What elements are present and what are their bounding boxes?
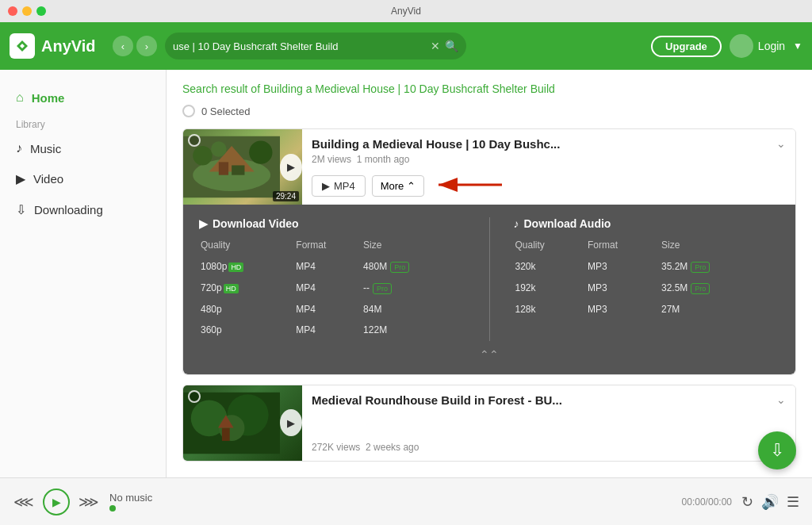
- sidebar: ⌂ Home Library ♪ Music ▶ Video ⇩ Downloa…: [0, 70, 167, 477]
- home-icon: ⌂: [16, 90, 24, 105]
- video-2-checkbox[interactable]: [188, 390, 201, 403]
- svg-rect-13: [222, 427, 230, 440]
- volume-button[interactable]: 🔊: [761, 493, 779, 511]
- sidebar-item-music[interactable]: ♪ Music: [0, 133, 166, 163]
- thumbnail-2[interactable]: ▶: [183, 385, 302, 461]
- table-row[interactable]: 128k MP3 27M: [515, 300, 779, 319]
- next-button[interactable]: ⋙: [78, 491, 100, 513]
- svg-rect-3: [219, 162, 228, 174]
- size-cell: --Pro: [363, 278, 463, 298]
- more-chevron-icon: ⌃: [407, 180, 416, 192]
- window-title: AnyVid: [391, 6, 421, 17]
- table-row[interactable]: 320k MP3 35.2MPro: [515, 257, 779, 277]
- video-1-info: Building a Medieval House | 10 Day Bushc…: [302, 129, 795, 205]
- video-icon: ▶: [16, 171, 25, 186]
- prev-button[interactable]: ⋘: [13, 491, 35, 513]
- search-icon[interactable]: 🔍: [445, 40, 458, 52]
- nav-arrows[interactable]: ‹ ›: [113, 36, 157, 56]
- close-button[interactable]: [8, 6, 17, 16]
- collapse-icon[interactable]: ⌃⌃: [480, 348, 499, 361]
- chevron-down-icon[interactable]: ▼: [793, 40, 802, 52]
- mp4-button[interactable]: ▶ MP4: [312, 175, 366, 197]
- table-row[interactable]: 192k MP3 32.5MPro: [515, 278, 779, 298]
- header: AnyVid ‹ › use | 10 Day Bushcraft Shelte…: [0, 22, 812, 70]
- download-audio-section: ♪ Download Audio Quality Format Size: [514, 217, 780, 341]
- table-row[interactable]: 480p MP4 84M: [201, 300, 464, 319]
- maximize-button[interactable]: [36, 6, 46, 16]
- playlist-button[interactable]: ☰: [787, 493, 799, 511]
- more-label: More: [381, 180, 404, 192]
- play-button-1[interactable]: ▶: [280, 154, 302, 181]
- format-cell: MP4: [296, 300, 362, 319]
- video-2-info: Medieval Roundhouse Build in Forest - BU…: [302, 385, 795, 461]
- sidebar-item-downloading[interactable]: ⇩ Downloading: [0, 194, 166, 225]
- search-bar[interactable]: use | 10 Day Bushcraft Shelter Build ✕ 🔍: [165, 33, 466, 59]
- no-music-area: No music: [109, 492, 672, 512]
- selected-bar: 0 Selected: [182, 105, 796, 117]
- thumbnail-1[interactable]: ▶ 29:24: [183, 129, 302, 205]
- size-cell: 27M: [661, 300, 778, 319]
- quality-cell: 360p: [201, 320, 294, 339]
- table-row[interactable]: 720pHD MP4 --Pro: [201, 278, 464, 298]
- mp4-label: MP4: [334, 180, 355, 192]
- quality-cell: 128k: [515, 300, 586, 319]
- quality-cell: 192k: [515, 278, 586, 298]
- login-label: Login: [758, 40, 785, 52]
- mp4-icon: ▶: [322, 180, 330, 192]
- audio-size-header: Size: [661, 240, 778, 255]
- svg-point-5: [193, 146, 212, 165]
- more-button[interactable]: More ⌃: [372, 175, 425, 197]
- sidebar-item-downloading-label: Downloading: [34, 203, 103, 217]
- quality-cell: 320k: [515, 257, 586, 277]
- download-audio-icon: ♪: [514, 217, 519, 230]
- play-pause-button[interactable]: ▶: [43, 489, 70, 515]
- back-button[interactable]: ‹: [113, 36, 133, 56]
- login-area[interactable]: Login: [730, 34, 785, 58]
- search-result-query: Building a Medieval House | 10 Day Bushc…: [263, 82, 555, 95]
- size-cell: 122M: [363, 320, 463, 339]
- download-fab-icon: ⇩: [770, 440, 784, 461]
- avatar: [730, 34, 753, 58]
- svg-point-6: [249, 140, 272, 163]
- selected-count: 0 Selected: [201, 105, 250, 117]
- repeat-button[interactable]: ↻: [741, 493, 753, 511]
- format-cell: MP4: [296, 278, 362, 298]
- sidebar-item-video[interactable]: ▶ Video: [0, 163, 166, 194]
- video-1-age: 1 month ago: [357, 154, 410, 165]
- download-video-label: Download Video: [213, 217, 299, 230]
- upgrade-button[interactable]: Upgrade: [651, 36, 722, 57]
- no-music-text: No music: [109, 492, 152, 504]
- download-video-section: ▶ Download Video Quality Format Size: [199, 217, 465, 341]
- arrow-annotation: [431, 173, 510, 200]
- download-fab[interactable]: ⇩: [758, 431, 796, 469]
- table-row[interactable]: 1080pHD MP4 480MPro: [201, 257, 464, 277]
- app-logo: [10, 33, 35, 59]
- thumbnail-image-2: ▶: [183, 385, 302, 461]
- size-cell: 480MPro: [363, 257, 463, 277]
- play-button-2[interactable]: ▶: [280, 409, 302, 436]
- quality-header: Quality: [201, 240, 294, 255]
- download-audio-label: Download Audio: [524, 217, 611, 230]
- video-2-title: Medieval Roundhouse Build in Forest - BU…: [312, 393, 776, 407]
- hd-badge: HD: [224, 284, 239, 293]
- minimize-button[interactable]: [22, 6, 32, 16]
- video-2-chevron-icon[interactable]: ⌄: [776, 393, 786, 406]
- audio-format-header: Format: [588, 240, 660, 255]
- size-cell: 84M: [363, 300, 463, 319]
- audio-quality-table: Quality Format Size 320k MP3 35.2MPro 19…: [514, 238, 780, 320]
- window-controls[interactable]: [8, 6, 46, 16]
- table-row[interactable]: 360p MP4 122M: [201, 320, 464, 339]
- select-all-checkbox[interactable]: [182, 105, 195, 117]
- sidebar-item-music-label: Music: [30, 142, 61, 155]
- collapse-button[interactable]: ⌃⌃: [199, 341, 779, 362]
- forward-button[interactable]: ›: [136, 36, 157, 56]
- size-header: Size: [363, 240, 463, 255]
- duration-badge-1: 29:24: [273, 191, 299, 201]
- video-1-chevron-icon[interactable]: ⌄: [776, 137, 786, 150]
- video-1-checkbox[interactable]: [188, 134, 201, 147]
- sidebar-item-home[interactable]: ⌂ Home: [0, 82, 166, 113]
- audio-quality-header: Quality: [515, 240, 586, 255]
- more-button-wrap: More ⌃: [372, 175, 425, 197]
- video-2-title-row: Medieval Roundhouse Build in Forest - BU…: [312, 393, 786, 407]
- search-clear-icon[interactable]: ✕: [431, 40, 440, 52]
